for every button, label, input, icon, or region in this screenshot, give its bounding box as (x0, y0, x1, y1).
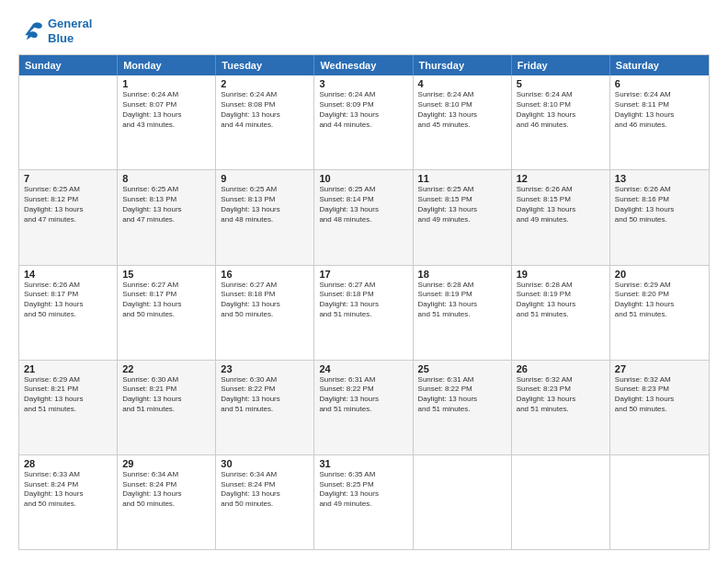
cell-text-line: Sunset: 8:23 PM (517, 385, 605, 395)
cell-text-line: Sunset: 8:22 PM (221, 385, 309, 395)
cell-text-line: Sunrise: 6:30 AM (122, 375, 210, 385)
cell-text-line: Daylight: 13 hours (517, 205, 605, 215)
calendar-day-header: Saturday (610, 55, 709, 75)
cell-text-line: Sunrise: 6:25 AM (418, 185, 506, 195)
cell-text-line: Sunrise: 6:25 AM (24, 185, 112, 195)
calendar-cell: 20Sunrise: 6:29 AMSunset: 8:20 PMDayligh… (610, 266, 709, 360)
calendar-cell: 7Sunrise: 6:25 AMSunset: 8:12 PMDaylight… (19, 170, 118, 264)
calendar-day-header: Wednesday (314, 55, 413, 75)
cell-text-line: Sunset: 8:15 PM (517, 195, 605, 205)
cell-text-line: Daylight: 13 hours (319, 395, 407, 405)
logo-icon (18, 21, 44, 41)
calendar-cell: 12Sunrise: 6:26 AMSunset: 8:15 PMDayligh… (512, 170, 610, 264)
day-number: 10 (319, 173, 407, 184)
day-number: 7 (24, 173, 112, 184)
calendar-cell: 3Sunrise: 6:24 AMSunset: 8:09 PMDaylight… (314, 75, 413, 169)
calendar-cell: 1Sunrise: 6:24 AMSunset: 8:07 PMDaylight… (118, 75, 216, 169)
calendar-day-header: Thursday (414, 55, 512, 75)
calendar-day-header: Sunday (19, 55, 118, 75)
cell-text-line: Sunrise: 6:32 AM (517, 375, 605, 385)
cell-text-line: Sunrise: 6:24 AM (615, 90, 704, 100)
cell-text-line: and 43 minutes. (122, 121, 210, 131)
cell-text-line: Sunset: 8:21 PM (122, 385, 210, 395)
cell-text-line: and 51 minutes. (319, 310, 407, 320)
day-number: 15 (122, 269, 210, 280)
cell-text-line: Sunrise: 6:34 AM (221, 470, 309, 480)
calendar-week: 14Sunrise: 6:26 AMSunset: 8:17 PMDayligh… (19, 265, 709, 360)
calendar-cell: 8Sunrise: 6:25 AMSunset: 8:13 PMDaylight… (118, 170, 216, 264)
cell-text-line: Sunrise: 6:31 AM (319, 375, 407, 385)
calendar-cell (512, 455, 610, 549)
calendar-cell: 21Sunrise: 6:29 AMSunset: 8:21 PMDayligh… (19, 361, 118, 454)
cell-text-line: Sunset: 8:18 PM (319, 290, 407, 300)
cell-text-line: Daylight: 13 hours (221, 300, 309, 310)
cell-text-line: Sunrise: 6:26 AM (24, 281, 112, 291)
day-number: 13 (615, 173, 704, 184)
cell-text-line: Sunset: 8:23 PM (615, 385, 704, 395)
calendar-day-header: Friday (512, 55, 610, 75)
calendar-cell: 5Sunrise: 6:24 AMSunset: 8:10 PMDaylight… (512, 75, 610, 169)
day-number: 9 (221, 173, 309, 184)
day-number: 30 (221, 458, 309, 469)
cell-text-line: and 51 minutes. (319, 405, 407, 415)
cell-text-line: Sunset: 8:24 PM (122, 480, 210, 490)
calendar-cell: 10Sunrise: 6:25 AMSunset: 8:14 PMDayligh… (314, 170, 413, 264)
cell-text-line: Daylight: 13 hours (122, 110, 210, 121)
cell-text-line: Sunrise: 6:29 AM (615, 281, 704, 291)
day-number: 28 (24, 458, 112, 469)
calendar-cell: 17Sunrise: 6:27 AMSunset: 8:18 PMDayligh… (314, 266, 413, 360)
calendar-cell: 14Sunrise: 6:26 AMSunset: 8:17 PMDayligh… (19, 266, 118, 360)
cell-text-line: and 44 minutes. (319, 121, 407, 131)
cell-text-line: Sunset: 8:24 PM (24, 480, 112, 490)
day-number: 24 (319, 363, 407, 374)
cell-text-line: Sunrise: 6:24 AM (418, 90, 506, 100)
calendar-cell (19, 75, 118, 169)
cell-text-line: Daylight: 13 hours (418, 300, 506, 310)
calendar-cell: 28Sunrise: 6:33 AMSunset: 8:24 PMDayligh… (19, 455, 118, 549)
cell-text-line: Sunrise: 6:32 AM (615, 375, 704, 385)
cell-text-line: and 50 minutes. (122, 310, 210, 320)
cell-text-line: Sunrise: 6:28 AM (517, 281, 605, 291)
calendar-cell: 24Sunrise: 6:31 AMSunset: 8:22 PMDayligh… (314, 361, 413, 454)
cell-text-line: Daylight: 13 hours (319, 300, 407, 310)
cell-text-line: Sunrise: 6:24 AM (517, 90, 605, 100)
calendar-cell: 11Sunrise: 6:25 AMSunset: 8:15 PMDayligh… (414, 170, 512, 264)
cell-text-line: Daylight: 13 hours (24, 489, 112, 500)
cell-text-line: Daylight: 13 hours (24, 205, 112, 215)
cell-text-line: Sunrise: 6:28 AM (418, 281, 506, 291)
calendar-cell: 18Sunrise: 6:28 AMSunset: 8:19 PMDayligh… (414, 266, 512, 360)
cell-text-line: Daylight: 13 hours (24, 300, 112, 310)
cell-text-line: and 50 minutes. (221, 310, 309, 320)
cell-text-line: Sunset: 8:12 PM (24, 195, 112, 205)
day-number: 18 (418, 269, 506, 280)
day-number: 11 (418, 173, 506, 184)
cell-text-line: Daylight: 13 hours (24, 395, 112, 405)
calendar-cell: 30Sunrise: 6:34 AMSunset: 8:24 PMDayligh… (216, 455, 314, 549)
cell-text-line: Daylight: 13 hours (319, 110, 407, 121)
cell-text-line: and 47 minutes. (122, 215, 210, 225)
cell-text-line: Sunset: 8:20 PM (615, 290, 704, 300)
cell-text-line: Sunset: 8:10 PM (517, 100, 605, 110)
cell-text-line: Sunset: 8:14 PM (319, 195, 407, 205)
cell-text-line: Sunset: 8:22 PM (418, 385, 506, 395)
page-header: General Blue (18, 17, 710, 45)
cell-text-line: Daylight: 13 hours (517, 395, 605, 405)
day-number: 19 (517, 269, 605, 280)
calendar-day-header: Monday (118, 55, 216, 75)
calendar: SundayMondayTuesdayWednesdayThursdayFrid… (18, 54, 710, 550)
cell-text-line: and 50 minutes. (221, 500, 309, 510)
calendar-week: 1Sunrise: 6:24 AMSunset: 8:07 PMDaylight… (19, 75, 709, 169)
cell-text-line: Sunrise: 6:27 AM (122, 281, 210, 291)
cell-text-line: and 50 minutes. (615, 405, 704, 415)
cell-text-line: Sunrise: 6:25 AM (122, 185, 210, 195)
calendar-cell: 6Sunrise: 6:24 AMSunset: 8:11 PMDaylight… (610, 75, 709, 169)
day-number: 26 (517, 363, 605, 374)
day-number: 8 (122, 173, 210, 184)
day-number: 2 (221, 78, 309, 89)
cell-text-line: Sunrise: 6:24 AM (122, 90, 210, 100)
cell-text-line: and 51 minutes. (615, 310, 704, 320)
cell-text-line: Sunset: 8:11 PM (615, 100, 704, 110)
day-number: 23 (221, 363, 309, 374)
cell-text-line: Daylight: 13 hours (319, 205, 407, 215)
cell-text-line: and 51 minutes. (221, 405, 309, 415)
